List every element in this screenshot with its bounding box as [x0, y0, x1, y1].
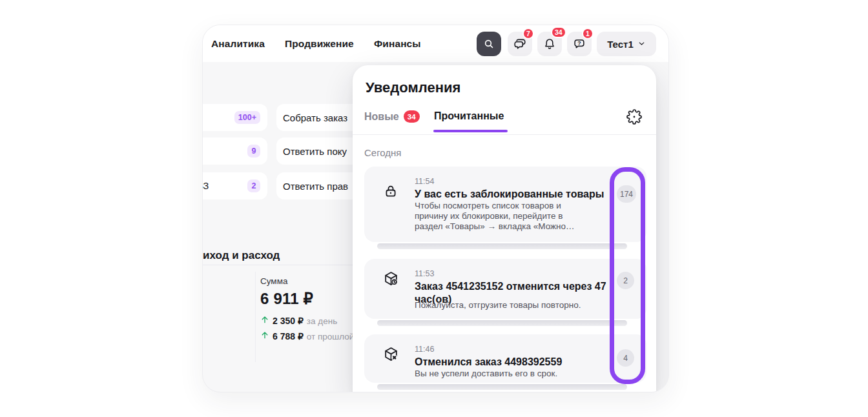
finance-delta-row: 6 788 ₽ от прошлой	[260, 331, 354, 342]
notification-time: 11:53	[415, 269, 434, 278]
desc-line: Пожалуйста, отгрузите товары повторно.	[415, 300, 608, 310]
help-count-badge: 1	[582, 28, 594, 39]
task-count-card[interactable]: 100+	[202, 104, 267, 131]
tab-new-label: Новые	[364, 111, 399, 123]
desc-line: раздел «Товары» → вкладка «Можно…	[415, 221, 608, 232]
notification-title: Отменился заказ 4498392559	[415, 356, 610, 369]
search-icon	[482, 37, 495, 50]
chat-bubbles-icon	[513, 37, 527, 51]
finance-section-title: иход и расход	[203, 249, 280, 262]
app-window: Аналитика Продвижение Финансы 7	[202, 25, 669, 392]
panel-title: Уведомления	[366, 79, 460, 96]
notification-card-order-cancelling[interactable]: 11:53 Заказ 4541235152 отменится через 4…	[364, 259, 646, 319]
svg-text:?: ?	[577, 40, 581, 46]
notifications-count-badge: 34	[551, 26, 566, 38]
tab-new[interactable]: Новые 34	[364, 110, 420, 123]
nav-item-promotion[interactable]: Продвижение	[285, 25, 354, 62]
notification-card-blocked-goods[interactable]: 11:54 У вас есть заблокированные товары …	[364, 167, 646, 242]
desc-line: Чтобы посмотреть список товаров и	[415, 201, 608, 211]
pvz-label: ПВЗ	[202, 181, 209, 191]
messages-count-badge: 7	[522, 28, 534, 39]
account-name: Тест1	[607, 39, 634, 50]
stacked-notifications-indicator	[377, 384, 627, 390]
notifications-panel: Уведомления Новые 34 Прочитанные Сегодня	[353, 65, 656, 392]
active-tab-underline	[433, 130, 508, 132]
search-button[interactable]	[477, 32, 501, 56]
task-action-label: Собрать заказ	[283, 112, 347, 123]
date-group-label: Сегодня	[364, 147, 402, 158]
delta-value: 6 788 ₽	[273, 331, 304, 341]
divider	[255, 272, 256, 362]
sum-label: Сумма	[260, 276, 287, 286]
task-count-pill: 2	[247, 179, 260, 192]
nav-item-analytics[interactable]: Аналитика	[211, 25, 265, 62]
package-check-icon	[383, 270, 399, 289]
nav-item-finance[interactable]: Финансы	[374, 25, 421, 62]
task-count-pill: 9	[247, 145, 260, 158]
delta-caption: от прошлой	[307, 332, 354, 341]
notification-time: 11:46	[415, 345, 434, 354]
notification-description: Вы не успели доставить его в срок.	[415, 369, 608, 379]
notification-group-count: 174	[617, 185, 636, 203]
tab-read-label: Прочитанные	[434, 110, 504, 122]
screenshot-stage: Аналитика Продвижение Финансы 7	[0, 0, 868, 417]
stacked-notifications-indicator	[377, 243, 627, 249]
desc-line: причину их блокировки, перейдите в	[415, 211, 608, 221]
chevron-down-icon	[637, 39, 646, 50]
notification-title: У вас есть заблокированные товары	[415, 188, 610, 201]
finance-delta-row: 2 350 ₽ за день	[260, 315, 337, 327]
notification-description: Пожалуйста, отгрузите товары повторно.	[415, 300, 608, 310]
lock-icon	[383, 183, 398, 201]
arrow-up-icon	[260, 331, 269, 342]
task-action-label: Ответить поку	[283, 146, 347, 157]
package-cancel-icon	[383, 346, 399, 365]
gear-icon	[626, 109, 642, 127]
notification-settings-button[interactable]	[624, 108, 645, 128]
sum-value: 6 911 ₽	[260, 290, 313, 308]
arrow-up-icon	[260, 315, 269, 327]
account-menu-button[interactable]: Тест1	[597, 32, 656, 56]
top-navigation-bar: Аналитика Продвижение Финансы 7	[203, 25, 668, 62]
divider	[353, 134, 656, 135]
desc-line: Вы не успели доставить его в срок.	[415, 369, 608, 379]
delta-caption: за день	[307, 316, 337, 326]
notification-group-count: 4	[617, 349, 634, 367]
bell-icon	[542, 37, 557, 51]
task-count-card[interactable]: 9	[202, 137, 267, 165]
notification-group-count: 2	[617, 272, 634, 289]
tab-new-count-badge: 34	[404, 110, 420, 123]
task-action-label: Ответить прав	[283, 181, 348, 192]
help-bubble-icon: ?	[572, 37, 586, 51]
divider	[203, 265, 364, 265]
notification-time: 11:54	[415, 177, 434, 186]
notification-card-order-cancelled[interactable]: 11:46 Отменился заказ 4498392559 Вы не у…	[364, 334, 646, 383]
tab-read[interactable]: Прочитанные	[434, 110, 504, 122]
task-count-pill: 100+	[234, 111, 260, 124]
stacked-notifications-indicator	[377, 320, 627, 326]
notification-description: Чтобы посмотреть список товаров и причин…	[415, 201, 608, 232]
delta-value: 2 350 ₽	[273, 316, 304, 326]
task-count-card-pvz[interactable]: ПВЗ 2	[202, 172, 267, 199]
